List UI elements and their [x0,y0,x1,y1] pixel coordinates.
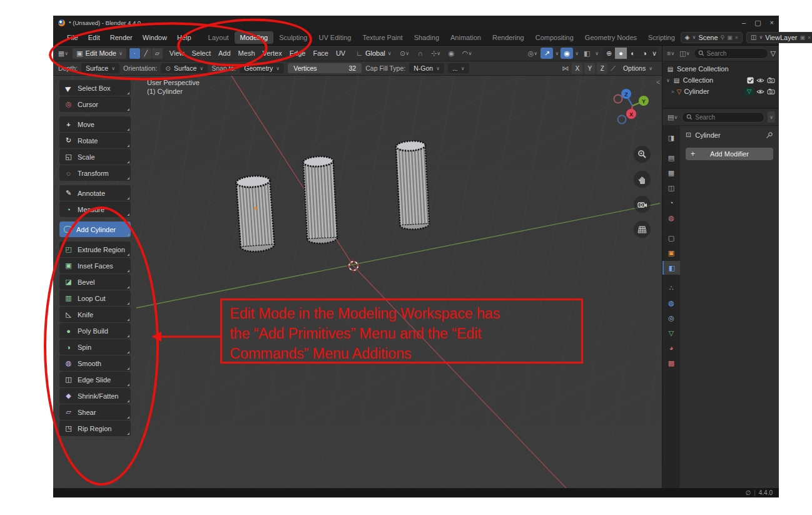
edge-select-button[interactable]: ╱ [141,48,151,59]
viewport-menu-vertex[interactable]: Vertex [259,48,286,58]
viewport-menu-face[interactable]: Face [309,48,332,58]
properties-tab-tool[interactable]: ◨ [662,131,680,145]
close-button[interactable]: × [770,19,774,27]
menu-window[interactable]: Window [138,32,172,43]
shading-material-button[interactable]: ◐ [627,48,639,59]
show-object-types-dropdown[interactable]: ◎∨ [526,48,539,59]
xray-toggle[interactable]: ◧ [581,48,593,59]
tool-loop-cut[interactable]: ▥Loop Cut [59,290,131,306]
viewport-menu-add[interactable]: Add [215,48,235,58]
mirror-y-button[interactable]: Y [584,63,595,74]
proportional-editing-icon[interactable]: ◉ [445,48,458,59]
pin-icon[interactable] [766,131,773,139]
properties-tab-physics[interactable]: ◍ [662,296,680,310]
maximize-button[interactable]: ▢ [754,19,761,27]
ortho-perspective-button[interactable] [634,221,651,238]
collection-hide-eye-icon[interactable] [756,78,764,83]
transform-orientation-dropdown[interactable]: ∟ Global ∨ [352,48,395,58]
snap-base-icon[interactable]: ⟋ [609,64,617,73]
viewport-menu-select[interactable]: Select [188,48,215,58]
tool-rip-region[interactable]: ◳Rip Region [59,421,131,436]
zoom-button[interactable] [634,146,651,163]
viewport-menu-edge[interactable]: Edge [286,48,310,58]
tool-shrink-fatten[interactable]: ◆Shrink/Fatten [59,388,131,404]
snap-magnet-icon[interactable]: ∩ [414,48,427,59]
tool-cursor[interactable]: ◎Cursor [59,96,131,112]
properties-tab-scene[interactable]: ◔ [662,196,680,210]
shading-rendered-button[interactable]: ◑ [639,48,651,59]
new-scene-icon[interactable]: ▣ [727,34,733,41]
cylinder-hide-eye-icon[interactable] [756,89,764,94]
viewlayer-selector[interactable]: ◫∨ ViewLayer ▣ × [746,32,812,43]
properties-editor-type-dropdown[interactable]: ▤∨ [666,111,679,123]
orientation-setting-dropdown[interactable]: ⊙Surface∨ [161,63,208,73]
properties-tab-output[interactable]: ▦ [662,166,680,180]
snap-to-dropdown[interactable]: Geometry∨ [240,63,284,73]
workspace-tab-compositing[interactable]: Compositing [530,31,579,44]
properties-tab-material[interactable]: ◕ [662,341,680,355]
workspace-tab-uv-editing[interactable]: UV Editing [313,31,357,44]
properties-tab-particles[interactable]: ∴ [662,281,680,295]
vertex-select-button[interactable]: ∙ [129,48,140,59]
cap-fill-dropdown[interactable]: N-Gon∨ [409,63,444,73]
tool-shear[interactable]: ▱Shear [59,404,131,420]
outliner-row-collection[interactable]: ∨ ▤ Collection [665,74,776,86]
cylinder-expand-icon[interactable]: > [671,89,674,94]
overlays-toggle[interactable]: ◉ [561,48,573,59]
properties-tab-texture[interactable]: ▩ [662,356,680,370]
cylinder-render-camera-icon[interactable] [767,88,775,94]
outliner-search-input[interactable]: Search [694,48,768,59]
new-viewlayer-icon[interactable]: ▣ [799,34,805,41]
options-dropdown[interactable]: Options∨ [619,63,657,73]
viewport-menu-mesh[interactable]: Mesh [235,48,259,58]
editor-type-dropdown[interactable]: ▦∨ [57,48,69,59]
workspace-tab-geometry-nodes[interactable]: Geometry Nodes [579,31,642,44]
tool-add-cylinder[interactable]: Add Cylinder [59,222,131,237]
tool-move[interactable]: +Move [59,116,131,132]
add-modifier-button[interactable]: + Add Modifier [686,148,773,160]
more-options-dropdown[interactable]: ...∨ [448,63,469,73]
tool-rotate[interactable]: ↻Rotate [59,133,131,148]
properties-tab-object[interactable]: ▣ [662,246,680,260]
tool-bevel[interactable]: ◪Bevel [59,274,131,290]
tool-poly-build[interactable]: ●Poly Build [59,323,131,339]
outliner-row-cylinder[interactable]: > ▽ Cylinder ▽ [665,86,776,97]
collection-expand-icon[interactable]: ∨ [666,78,670,83]
tool-inset-faces[interactable]: ▣Inset Faces [59,258,131,273]
face-select-button[interactable]: ▱ [152,48,163,59]
workspace-tab-texture-paint[interactable]: Texture Paint [357,31,408,44]
vertices-slider[interactable]: Vertices 32 [288,63,362,73]
camera-view-button[interactable] [634,196,651,213]
menu-help[interactable]: Help [172,32,196,43]
properties-tab-constraints[interactable]: ◎ [662,311,680,325]
mode-dropdown[interactable]: ▣ Edit Mode ∨ [73,48,126,59]
tool-scale[interactable]: ◱Scale [59,149,131,165]
properties-search-input[interactable]: Search [682,112,764,123]
cylinder-1[interactable] [236,175,275,252]
workspace-tab-scripting[interactable]: Scripting [642,31,681,44]
pan-hand-button[interactable] [634,171,651,188]
menu-render[interactable]: Render [105,32,138,43]
workspace-tab-shading[interactable]: Shading [409,31,445,44]
tool-select-box[interactable]: ▶Select Box [59,80,131,96]
tool-spin[interactable]: ◑Spin [59,339,131,355]
outliner-filter-id-dropdown[interactable]: ◫∨ [678,48,691,59]
workspace-tab-rendering[interactable]: Rendering [487,31,530,44]
mirror-x-button[interactable]: X [572,63,582,74]
viewport-3d[interactable]: User Perspective (1) Cylinder ▶Select Bo… [53,76,662,488]
shading-dropdown[interactable]: ∨ [651,48,658,59]
properties-tab-collection[interactable]: ▢ [662,231,680,245]
shading-wireframe-button[interactable]: ⊕ [603,48,615,59]
navigation-gizmo[interactable]: Z Y X [612,87,653,128]
depth-dropdown[interactable]: Surface∨ [81,63,119,73]
menu-file[interactable]: File [62,32,83,43]
workspace-tab-sculpting[interactable]: Sculpting [273,31,313,44]
tool-annotate[interactable]: ✎Annotate [59,185,131,201]
outliner-row-scene-collection[interactable]: ▤ Scene Collection [665,63,776,74]
cylinder-3[interactable] [395,140,430,230]
viewport-menu-uv[interactable]: UV [332,48,349,58]
collapse-panel-chevron[interactable]: < [656,79,660,86]
outliner-filter-icon[interactable]: ▽ [771,49,776,58]
workspace-tab-layout[interactable]: Layout [203,31,235,44]
tool-extrude-region[interactable]: ◰Extrude Region [59,242,131,257]
